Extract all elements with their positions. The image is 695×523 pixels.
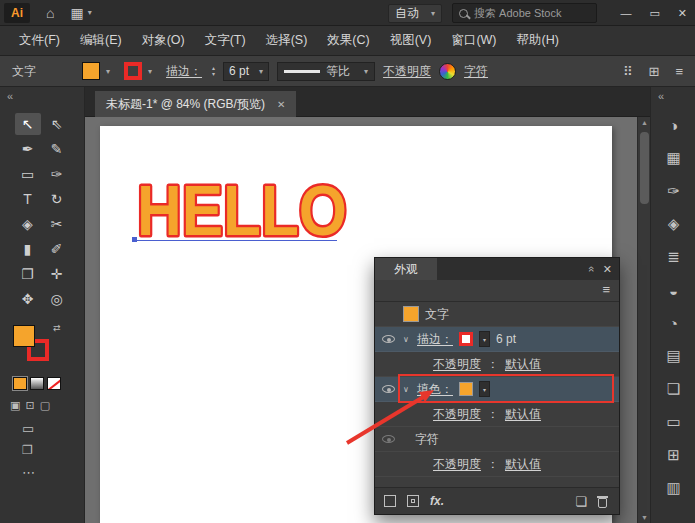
artboards-panel-icon[interactable]: ▭ [660,412,688,432]
fill-row-label[interactable]: 填色： [417,381,453,398]
add-new-effect-button[interactable]: fx. [430,494,444,508]
vertical-scrollbar[interactable]: ▲ ▼ [637,117,650,523]
align-panel-icon[interactable]: ⊞ [660,445,688,465]
appearance-tab[interactable]: 外观 [375,258,437,280]
stock-search-input[interactable]: 搜索 Adobe Stock [452,3,597,23]
stroke-weight-stepper[interactable]: ▴ ▾ [212,65,215,77]
chevron-down-icon[interactable]: ∨ [401,335,411,344]
pencil-tool[interactable]: ✐ [44,238,70,260]
appearance-row-stroke-opacity[interactable]: 不透明度：默认值 [375,352,619,377]
appearance-row-fill[interactable]: ∨ 填色： ▾ [375,377,619,402]
symbols-panel-icon[interactable]: ◈ [660,214,688,234]
stroke-panel-icon[interactable]: ≣ [660,247,688,267]
arrange-documents-icon[interactable]: ▦ [70,6,83,20]
chevron-down-icon[interactable]: ∨ [401,385,411,394]
stroke-panel-link[interactable]: 描边： [166,63,202,80]
visibility-eye-icon[interactable] [382,335,395,343]
close-button[interactable]: ✕ [678,7,687,20]
opacity-value-link[interactable]: 默认值 [505,406,541,423]
visibility-eye-icon[interactable] [382,385,395,393]
fill-row-swatch[interactable] [459,382,473,396]
menu-item[interactable]: 效果(C) [322,29,374,52]
rotate-tool[interactable]: ↻ [44,188,70,210]
visibility-eye-icon[interactable] [382,435,395,443]
paintbrush-tool[interactable]: ✑ [44,163,70,185]
home-icon[interactable]: ⌂ [46,6,54,20]
collapse-to-icons-icon[interactable]: « [586,266,598,272]
screen-mode-icon[interactable]: ▭ [22,421,34,436]
menu-item[interactable]: 编辑(E) [75,29,127,52]
fill-dropdown-icon[interactable]: ▾ [106,67,110,76]
more-tools-icon[interactable]: ⋯ [22,465,35,480]
dock-expand-icon[interactable]: « [658,90,664,102]
swap-fill-stroke-icon[interactable]: ⇄ [53,323,61,333]
panel-menu-icon[interactable]: ≡ [602,283,610,296]
appearance-row-fill-opacity[interactable]: 不透明度：默认值 [375,402,619,427]
stroke-row-swatch[interactable] [459,332,473,346]
opacity-value-link[interactable]: 默认值 [505,456,541,473]
add-new-stroke-icon[interactable] [384,495,396,507]
stepper-down-icon[interactable]: ▾ [212,71,215,77]
workspace-switcher[interactable]: 自动 ▾ [388,4,442,23]
edit-toolbar-icon[interactable]: ❐ [22,443,33,457]
minimize-button[interactable]: — [620,7,631,19]
type-tool[interactable]: T [15,188,41,210]
document-tab[interactable]: 未标题-1* @ 84% (RGB/预览) ✕ [95,91,296,117]
direct-selection-tool[interactable]: ⇖ [44,113,70,135]
opacity-link[interactable]: 不透明度 [433,356,481,373]
fill-proxy-swatch[interactable] [13,325,35,347]
menu-item[interactable]: 选择(S) [261,29,313,52]
stroke-swatch-dropdown-icon[interactable]: ▾ [479,331,490,347]
brushes-panel-icon[interactable]: ✑ [660,181,688,201]
selection-tool[interactable]: ↖ [15,113,41,135]
stroke-weight-select[interactable]: 6 pt ▾ [223,62,269,81]
restore-button[interactable]: ▭ [649,7,659,20]
duplicate-item-icon[interactable]: ❏ [575,494,587,509]
hand-tool[interactable]: ✥ [15,288,41,310]
rectangle-tool[interactable]: ▭ [15,163,41,185]
eyedropper-tool[interactable]: ✛ [44,263,70,285]
scrollbar-thumb[interactable] [640,132,649,204]
appearance-row-stroke[interactable]: ∨ 描边： ▾ 6 pt [375,327,619,352]
draw-behind-icon[interactable]: ⊡ [25,399,34,412]
fill-swatch-dropdown-icon[interactable]: ▾ [479,381,490,397]
menu-item[interactable]: 文字(T) [200,29,251,52]
gradient-panel-icon[interactable]: ◒ [660,280,688,300]
control-bar-menu-icon[interactable]: ≡ [675,64,683,79]
appearance-row-characters[interactable]: 字符 [375,427,619,452]
stroke-row-label[interactable]: 描边： [417,331,453,348]
gradient-tool[interactable]: ❐ [15,263,41,285]
graphic-styles-panel-icon[interactable]: ▤ [660,346,688,366]
delete-item-icon[interactable] [598,498,607,508]
zoom-tool[interactable]: ◎ [44,288,70,310]
opacity-link[interactable]: 不透明度 [433,456,481,473]
character-panel-link[interactable]: 字符 [464,63,488,80]
shape-builder-tool[interactable]: ◈ [15,213,41,235]
headline-artwork[interactable]: HELLO [133,165,369,245]
menu-item[interactable]: 文件(F) [14,29,65,52]
menu-item[interactable]: 视图(V) [385,29,437,52]
stroke-color-swatch[interactable] [124,62,142,80]
scissors-tool[interactable]: ✂ [44,213,70,235]
appearance-row-type[interactable]: 文字 [375,302,619,327]
width-profile-select[interactable]: 等比 ▾ [277,62,375,81]
color-panel-icon[interactable]: ◑ [660,115,688,135]
recolor-artwork-icon[interactable] [439,63,456,80]
stroke-dropdown-icon[interactable]: ▾ [148,67,152,76]
layers-panel-icon[interactable]: ❏ [660,379,688,399]
menu-item[interactable]: 窗口(W) [446,29,501,52]
tab-close-icon[interactable]: ✕ [277,99,285,110]
tools-collapse-icon[interactable]: « [7,90,13,102]
pen-tool[interactable]: ✒ [15,138,41,160]
add-new-fill-icon[interactable] [407,495,419,507]
panel-close-icon[interactable]: ✕ [603,263,612,276]
draw-inside-icon[interactable]: ▢ [40,399,50,412]
opacity-link[interactable]: 不透明度 [383,63,431,80]
arrange-documents-dropdown-icon[interactable]: ▾ [88,8,92,17]
menu-item[interactable]: 帮助(H) [512,29,564,52]
align-options-icon[interactable]: ⠿ [623,64,633,79]
panel-options-icon[interactable]: ⊞ [649,64,660,79]
curvature-tool[interactable]: ✎ [44,138,70,160]
type-color-swatch[interactable] [403,306,419,322]
draw-normal-icon[interactable]: ▣ [10,399,20,412]
